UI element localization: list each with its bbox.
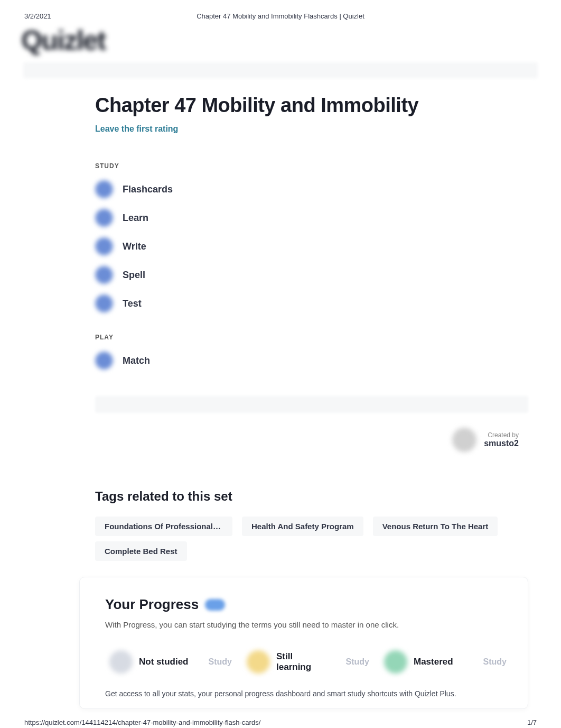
play-section-label: PLAY xyxy=(95,334,540,341)
print-date: 3/2/2021 xyxy=(24,12,51,20)
created-by-label: Created by xyxy=(484,431,519,439)
mode-label: Learn xyxy=(123,213,148,224)
progress-col-not-studied: Not studied Study xyxy=(105,644,236,680)
progress-card: Your Progress With Progress, you can sta… xyxy=(79,577,528,709)
quizlet-logo: Quizlet xyxy=(21,24,561,56)
progress-footer-text: Get access to all your stats, your perso… xyxy=(105,689,511,698)
mode-label: Spell xyxy=(123,270,145,281)
study-not-studied-button[interactable]: Study xyxy=(209,657,232,667)
tag-foundations-nursing[interactable]: Foundations Of Professional Nursi… xyxy=(95,517,232,536)
play-mode-list: Match xyxy=(95,346,540,375)
print-title: Chapter 47 Mobility and Immobility Flash… xyxy=(0,12,561,20)
mode-learn[interactable]: Learn xyxy=(95,204,540,232)
test-icon xyxy=(95,294,113,312)
not-studied-icon xyxy=(109,650,133,674)
progress-subtitle: With Progress, you can start studying th… xyxy=(105,620,511,629)
study-still-learning-button[interactable]: Study xyxy=(346,657,369,667)
mode-match[interactable]: Match xyxy=(95,346,540,375)
page-title: Chapter 47 Mobility and Immobility xyxy=(95,94,540,117)
progress-col-mastered: Mastered Study xyxy=(380,644,511,680)
creator-name-link[interactable]: smusto2 xyxy=(484,439,519,448)
tag-complete-bed-rest[interactable]: Complete Bed Rest xyxy=(95,541,187,561)
mode-label: Test xyxy=(123,298,142,309)
tag-row: Foundations Of Professional Nursi… Healt… xyxy=(95,517,540,561)
mode-write[interactable]: Write xyxy=(95,232,540,261)
progress-col-label: Mastered xyxy=(414,657,453,667)
print-header: 3/2/2021 Chapter 47 Mobility and Immobil… xyxy=(0,0,561,20)
mode-flashcards[interactable]: Flashcards xyxy=(95,175,540,204)
write-icon xyxy=(95,237,113,255)
still-learning-icon xyxy=(247,650,270,674)
flashcards-icon xyxy=(95,180,113,198)
mode-label: Match xyxy=(123,355,150,366)
study-section-label: STUDY xyxy=(95,162,540,170)
print-footer-url: https://quizlet.com/144114214/chapter-47… xyxy=(24,718,260,726)
study-mastered-button[interactable]: Study xyxy=(483,657,507,667)
mastered-icon xyxy=(384,650,407,674)
tag-venous-return[interactable]: Venous Return To The Heart xyxy=(373,517,498,536)
mode-label: Flashcards xyxy=(123,184,173,195)
progress-col-label: Still learning xyxy=(276,651,324,672)
mode-test[interactable]: Test xyxy=(95,289,540,318)
progress-col-label: Not studied xyxy=(139,657,189,667)
flashcard-preview-blurred xyxy=(95,396,528,413)
tags-title: Tags related to this set xyxy=(95,489,540,504)
progress-title: Your Progress xyxy=(105,596,199,613)
progress-col-still-learning: Still learning Study xyxy=(242,644,373,680)
study-mode-list: Flashcards Learn Write Spell Test xyxy=(95,175,540,318)
plus-badge-icon xyxy=(205,599,225,611)
leave-rating-link[interactable]: Leave the first rating xyxy=(95,124,540,134)
mode-spell[interactable]: Spell xyxy=(95,261,540,289)
mode-label: Write xyxy=(123,241,146,252)
top-search-bar-blurred xyxy=(23,62,538,78)
learn-icon xyxy=(95,209,113,227)
creator-row: Created by smusto2 xyxy=(95,428,519,452)
print-footer: https://quizlet.com/144114214/chapter-47… xyxy=(0,713,561,728)
spell-icon xyxy=(95,266,113,284)
match-icon xyxy=(95,352,113,370)
creator-avatar[interactable] xyxy=(452,428,476,452)
tag-health-safety-program[interactable]: Health And Safety Program xyxy=(242,517,363,536)
print-page-number: 1/7 xyxy=(527,718,537,726)
